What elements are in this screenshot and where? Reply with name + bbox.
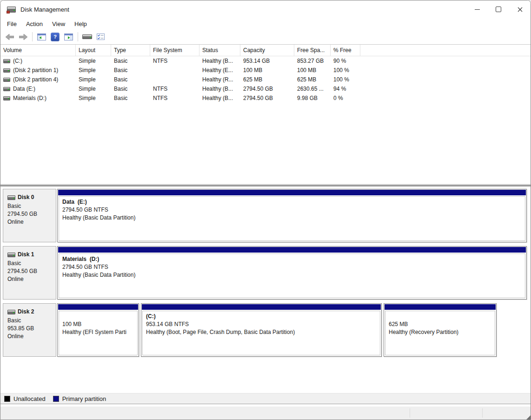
free-space-cell: 100 MB: [294, 67, 331, 73]
volume-name-cell: (C:): [0, 58, 76, 64]
partition-size-line: 2794.50 GB NTFS: [62, 206, 522, 214]
disk-management-window: Disk Management File Action View Help: [0, 0, 531, 420]
type-cell: Basic: [111, 58, 150, 64]
status-cell: Healthy (E...: [199, 67, 240, 73]
disk-header-panel[interactable]: Disk 0 Basic 2794.50 GB Online: [3, 189, 56, 242]
partition-cell[interactable]: (C:) 953.14 GB NTFS Healthy (Boot, Page …: [141, 303, 382, 357]
partition-color-strip: [58, 304, 138, 310]
column-free-space[interactable]: Free Spa...: [294, 45, 331, 56]
layout-cell: Simple: [76, 95, 111, 101]
partition-color-strip: [385, 304, 496, 310]
window-title: Disk Management: [20, 6, 69, 13]
column-layout[interactable]: Layout: [76, 45, 111, 56]
back-icon: [6, 34, 14, 40]
disk-header-panel[interactable]: Disk 1 Basic 2794.50 GB Online: [3, 246, 56, 300]
status-bar: [0, 407, 531, 420]
partition-title: (C:): [146, 313, 377, 320]
status-cell: Healthy (B...: [199, 58, 240, 64]
volume-name: Materials (D:): [13, 95, 46, 101]
partition-cell[interactable]: Materials (D:) 2794.50 GB NTFS Healthy (…: [57, 246, 527, 300]
free-space-cell: 9.98 GB: [294, 95, 331, 101]
disk-device-icon: [82, 34, 92, 39]
disk-size: 2794.50 GB: [7, 210, 56, 218]
close-button[interactable]: [509, 0, 531, 18]
disk-status: Online: [7, 333, 56, 340]
partition-cell[interactable]: 100 MB Healthy (EFI System Parti: [57, 303, 139, 357]
disk-partitions: 100 MB Healthy (EFI System Parti (C:) 95…: [57, 303, 497, 357]
partition-body: 100 MB Healthy (EFI System Parti: [59, 311, 138, 355]
forward-icon: [19, 34, 27, 40]
volume-drive-icon: [3, 59, 10, 63]
legend-label: Primary partition: [62, 395, 106, 402]
pane-splitter[interactable]: [0, 184, 531, 187]
menu-view[interactable]: View: [47, 19, 70, 29]
help-button[interactable]: ?: [49, 31, 61, 43]
partition-size-line: 625 MB: [389, 320, 491, 328]
show-console-tree-button[interactable]: [35, 31, 48, 43]
disk-status: Online: [7, 275, 56, 283]
title-bar: Disk Management: [0, 0, 531, 18]
statusbar-separator: [482, 408, 483, 418]
show-action-pane-button[interactable]: [62, 31, 75, 43]
volume-name-cell: Materials (D:): [0, 95, 76, 101]
partition-title: Data (E:): [62, 198, 522, 206]
type-cell: Basic: [111, 86, 150, 92]
window-controls: [466, 0, 531, 18]
disk-icon: [7, 310, 15, 314]
disk-device-button[interactable]: [81, 31, 93, 43]
app-disk-icon: [7, 7, 16, 13]
percent-free-cell: 94 %: [331, 86, 360, 92]
partition-title: Materials (D:): [62, 255, 522, 263]
disk-header-panel[interactable]: Disk 2 Basic 953.85 GB Online: [3, 303, 56, 357]
partition-title: [62, 313, 134, 320]
column-type[interactable]: Type: [111, 45, 150, 56]
maximize-button[interactable]: [488, 0, 509, 18]
checklist-button[interactable]: [94, 31, 107, 43]
maximize-icon: [496, 7, 501, 12]
partition-cell[interactable]: Data (E:) 2794.50 GB NTFS Healthy (Basic…: [57, 189, 527, 242]
volume-list-row[interactable]: (C:) Simple Basic NTFS Healthy (B... 953…: [0, 56, 531, 66]
volume-list-row[interactable]: Data (E:) Simple Basic NTFS Healthy (B..…: [0, 84, 531, 93]
column-status[interactable]: Status: [199, 45, 240, 56]
column-volume[interactable]: Volume: [0, 45, 76, 56]
file-system-cell: NTFS: [150, 95, 199, 101]
toolbar-separator: [78, 32, 78, 41]
disk-row: Disk 2 Basic 953.85 GB Online 100 MB Hea…: [3, 303, 531, 357]
column-percent-free[interactable]: % Free: [331, 45, 360, 56]
disk-size: 2794.50 GB: [7, 267, 56, 275]
column-capacity[interactable]: Capacity: [240, 45, 294, 56]
status-cell: Healthy (B...: [199, 86, 240, 92]
layout-cell: Simple: [76, 58, 111, 64]
partition-body: Data (E:) 2794.50 GB NTFS Healthy (Basic…: [59, 196, 525, 241]
volume-list-row[interactable]: (Disk 2 partition 1) Simple Basic Health…: [0, 66, 531, 75]
free-space-cell: 853.27 GB: [294, 58, 331, 64]
partition-status-line: Healthy (EFI System Parti: [62, 328, 134, 336]
file-system-cell: NTFS: [150, 86, 199, 92]
disk-row: Disk 0 Basic 2794.50 GB Online Data (E:)…: [3, 189, 531, 242]
status-cell: Healthy (R...: [199, 76, 240, 83]
disk-name: Disk 1: [18, 251, 34, 259]
resize-grip[interactable]: [526, 415, 531, 420]
column-filler: [360, 45, 531, 56]
disk-size: 953.85 GB: [7, 325, 56, 333]
legend-bar: Unallocated Primary partition: [0, 393, 531, 404]
partition-cell[interactable]: 625 MB Healthy (Recovery Partition): [384, 303, 497, 357]
volume-list-row[interactable]: (Disk 2 partition 4) Simple Basic Health…: [0, 75, 531, 84]
partition-body: (C:) 953.14 GB NTFS Healthy (Boot, Page …: [142, 311, 380, 355]
disk-partitions: Materials (D:) 2794.50 GB NTFS Healthy (…: [57, 246, 527, 300]
back-button[interactable]: [3, 31, 16, 43]
volume-name-cell: Data (E:): [0, 86, 76, 92]
forward-button[interactable]: [17, 31, 29, 43]
partition-color-strip: [58, 247, 526, 253]
legend-item: Unallocated: [4, 395, 46, 402]
disk-name: Disk 2: [18, 308, 34, 316]
type-cell: Basic: [111, 95, 150, 101]
legend-swatch: [53, 396, 59, 402]
menu-help[interactable]: Help: [70, 19, 92, 29]
menu-file[interactable]: File: [2, 19, 21, 29]
show-action-pane-icon: [64, 33, 73, 40]
minimize-button[interactable]: [466, 0, 488, 18]
column-file-system[interactable]: File System: [150, 45, 199, 56]
volume-list-row[interactable]: Materials (D:) Simple Basic NTFS Healthy…: [0, 93, 531, 103]
menu-action[interactable]: Action: [21, 19, 47, 29]
